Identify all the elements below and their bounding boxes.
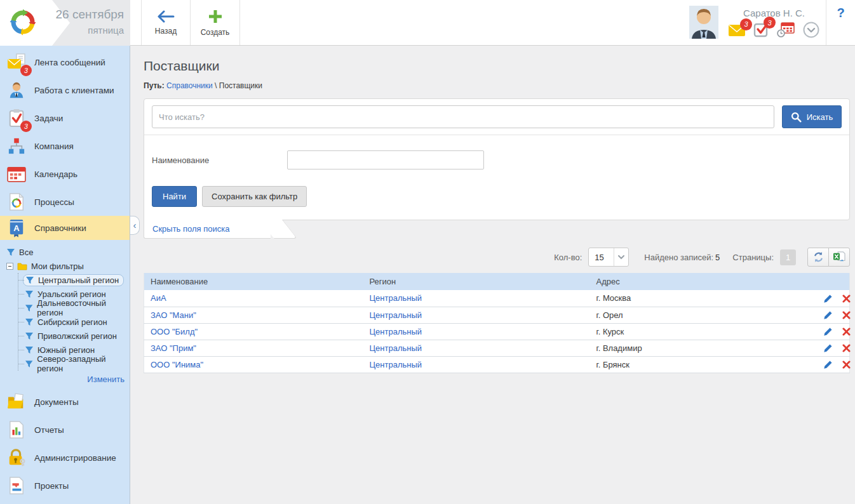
column-header-region[interactable]: Регион <box>363 273 590 290</box>
delete-icon[interactable] <box>842 311 851 319</box>
create-button[interactable]: Создать <box>191 0 240 45</box>
page-size-value: 15 <box>589 253 614 262</box>
app-logo-icon[interactable] <box>8 7 38 37</box>
sidebar-item-directories[interactable]: A Справочники <box>0 216 130 240</box>
region-link[interactable]: Центральный <box>370 310 422 320</box>
region-link[interactable]: Центральный <box>370 293 422 303</box>
search-row: Искать <box>144 99 849 135</box>
funnel-icon <box>25 276 34 284</box>
sidebar-item-clients[interactable]: Работа с клиентами <box>0 76 130 104</box>
calendar-clock-icon[interactable] <box>777 22 795 37</box>
search-button[interactable]: Искать <box>782 105 842 128</box>
back-button[interactable]: Назад <box>141 0 191 45</box>
column-header-actions <box>809 273 850 290</box>
funnel-icon <box>25 332 34 340</box>
tree-item-all[interactable]: Все <box>6 245 130 259</box>
sidebar-item-reports[interactable]: Отчеты <box>0 416 130 444</box>
tree-item-filter[interactable]: Северо-западный регион <box>18 357 130 371</box>
region-link[interactable]: Центральный <box>370 360 422 369</box>
delete-icon[interactable] <box>842 344 851 352</box>
address-cell: г. Владимир <box>590 340 809 356</box>
sidebar-item-label: Процессы <box>34 197 74 207</box>
delete-icon[interactable] <box>842 328 851 336</box>
export-excel-button[interactable] <box>828 248 850 267</box>
chevron-down-icon <box>614 248 628 266</box>
sidebar-item-administration[interactable]: Администрирование <box>0 444 130 472</box>
sidebar-collapse-button[interactable]: ‹ <box>130 216 140 235</box>
region-link[interactable]: Центральный <box>370 327 422 336</box>
sidebar-item-documents[interactable]: Документы <box>0 388 130 416</box>
tree-folder-my-filters[interactable]: Мои фильтры <box>6 259 130 273</box>
hide-search-fields-link[interactable]: Скрыть поля поиска <box>152 224 229 234</box>
page-1-button[interactable]: 1 <box>780 249 796 265</box>
sidebar-item-label: Работа с клиентами <box>34 86 114 95</box>
records-found-label: Найдено записей: <box>644 253 713 262</box>
selected-filter[interactable]: Центральный регион <box>23 274 124 286</box>
page-size-select[interactable]: 15 <box>588 248 629 267</box>
avatar[interactable] <box>689 6 718 39</box>
edit-filters-link[interactable]: Изменить <box>87 375 125 384</box>
edit-icon[interactable] <box>823 294 833 303</box>
find-button[interactable]: Найти <box>152 186 197 207</box>
help-glyph: ? <box>837 6 844 20</box>
current-date: 26 сентября пятница <box>56 8 125 36</box>
sidebar-item-projects[interactable]: Проекты <box>0 472 130 500</box>
breadcrumb-current: Поставщики <box>219 81 262 90</box>
tree-item-filter[interactable]: Приволжский регион <box>18 329 130 343</box>
supplier-link[interactable]: АиА <box>151 293 166 303</box>
mail-icon[interactable]: 3 <box>729 24 745 36</box>
supplier-link[interactable]: ООО "Инима" <box>151 360 203 369</box>
tree-item-filter[interactable]: Центральный регион <box>18 273 130 287</box>
user-menu-chevron-icon[interactable] <box>803 22 819 38</box>
funnel-icon <box>25 290 34 298</box>
edit-icon[interactable] <box>823 360 833 369</box>
breadcrumb-link[interactable]: Справочники <box>166 81 213 90</box>
sidebar-item-processes[interactable]: Процессы <box>0 188 130 216</box>
user-icons: 3 3 <box>729 22 819 38</box>
plus-icon <box>208 9 223 24</box>
sidebar-item-label: Справочники <box>34 223 86 233</box>
supplier-link[interactable]: ЗАО "Прим" <box>151 343 196 353</box>
user-name[interactable]: Саратов Н. С. <box>743 8 805 18</box>
sidebar-item-company[interactable]: Компания <box>0 132 130 160</box>
search-input[interactable] <box>152 105 774 128</box>
supplier-link[interactable]: ООО "Билд" <box>151 327 198 336</box>
edit-icon[interactable] <box>823 327 833 336</box>
search-panel: Искать Наименование Найти Сохранить как … <box>144 98 850 220</box>
tree-item-label: Приволжский регион <box>37 331 117 341</box>
tree-item-filter[interactable]: Сибирский регион <box>18 315 130 329</box>
tree-item-filter[interactable]: Дальневосточный регион <box>18 301 130 315</box>
sidebar-item-message-feed[interactable]: 3 Лента сообщений <box>0 48 130 76</box>
user-info: Саратов Н. С. 3 3 <box>729 0 819 38</box>
tasks-icon[interactable]: 3 <box>753 22 769 37</box>
refresh-button[interactable] <box>807 248 829 267</box>
column-header-name[interactable]: Наименование <box>144 273 363 290</box>
delete-icon[interactable] <box>842 295 851 303</box>
tree-item-label: Северо-западный регион <box>37 354 130 373</box>
help-button[interactable]: ? <box>826 0 855 45</box>
svg-text:A: A <box>13 223 20 233</box>
tree-item-label: Сибирский регион <box>37 317 107 327</box>
table-row: ЗАО "Мани" Центральный г. Орел <box>144 307 850 323</box>
region-link[interactable]: Центральный <box>370 343 422 353</box>
edit-icon[interactable] <box>823 343 833 353</box>
edit-icon[interactable] <box>823 310 833 320</box>
save-as-filter-button[interactable]: Сохранить как фильтр <box>202 186 307 207</box>
documents-folder-icon <box>6 392 27 412</box>
address-cell: г. Брянск <box>590 356 809 373</box>
projects-icon <box>6 475 27 496</box>
processes-icon <box>6 192 27 212</box>
delete-icon[interactable] <box>842 361 851 369</box>
sidebar-item-calendar[interactable]: Календарь <box>0 160 130 188</box>
name-filter-input[interactable] <box>287 150 484 169</box>
funnel-icon <box>25 360 33 368</box>
collapse-expander-icon[interactable] <box>6 263 13 270</box>
supplier-link[interactable]: ЗАО "Мани" <box>151 310 196 320</box>
records-found-value: 5 <box>715 253 720 262</box>
sidebar-item-tasks[interactable]: 3 Задачи <box>0 104 130 132</box>
funnel-icon <box>25 304 33 312</box>
sidebar-item-label: Проекты <box>34 481 69 491</box>
column-header-address[interactable]: Адрес <box>590 273 809 290</box>
address-cell: г. Курск <box>590 323 809 340</box>
breadcrumb: Путь: Справочники \ Поставщики <box>144 81 850 90</box>
